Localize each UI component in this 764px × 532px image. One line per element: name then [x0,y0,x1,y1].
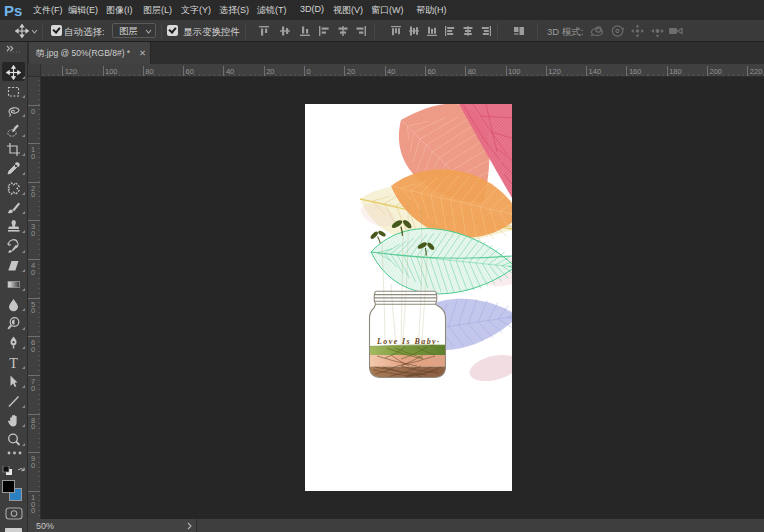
svg-text:Love Is Baby·: Love Is Baby· [376,337,439,346]
svg-text:T: T [9,355,18,370]
